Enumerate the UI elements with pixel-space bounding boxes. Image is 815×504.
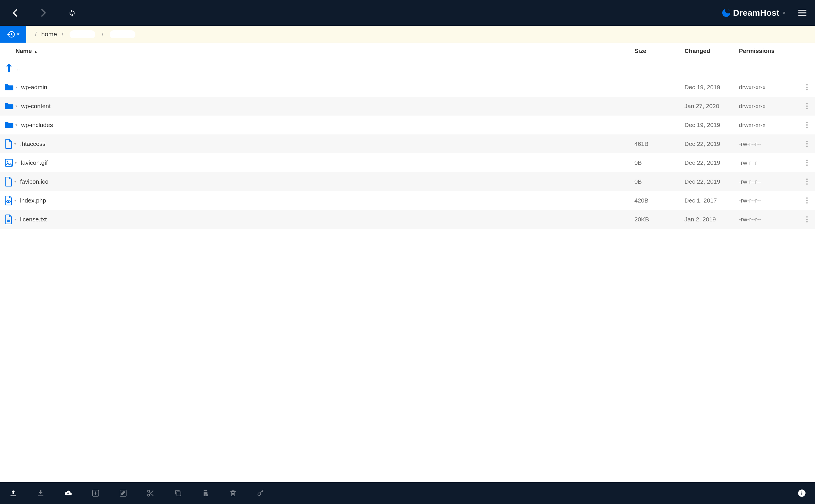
file-changed: Dec 22, 2019 [685,140,739,147]
top-navbar: DreamHost® [0,0,815,26]
file-permissions: drwxr-xr-x [739,103,799,110]
file-changed: Dec 19, 2019 [685,84,739,91]
info-button[interactable] [797,488,807,498]
svg-point-9 [806,141,808,142]
column-header-name[interactable]: Name ▴ [0,47,635,54]
row-actions[interactable] [799,103,815,109]
upload-button[interactable] [8,488,18,498]
breadcrumb-redacted[interactable] [70,30,95,38]
breadcrumb-redacted[interactable] [110,30,135,38]
bottom-toolbar [0,482,815,504]
file-icon [5,177,13,186]
file-changed: Dec 1, 2017 [685,197,739,204]
refresh-button[interactable] [66,7,78,19]
row-actions[interactable] [799,84,815,90]
row-actions[interactable] [799,197,815,204]
table-row[interactable]: ▾ wp-admin Dec 19, 2019 drwxr-xr-x [0,78,815,97]
table-row[interactable]: ▾ .htaccess 461B Dec 22, 2019 -rw-r--r-- [0,134,815,153]
back-button[interactable] [9,7,21,19]
row-dropdown-toggle[interactable]: ▾ [14,142,18,146]
cloud-download-icon [64,490,72,497]
edit-button[interactable] [118,488,128,498]
forward-button[interactable] [38,7,49,19]
row-dropdown-toggle[interactable]: ▾ [15,85,19,89]
download-button[interactable] [35,488,46,498]
row-dropdown-toggle[interactable]: ▾ [14,180,18,184]
svg-point-3 [806,103,808,104]
file-name: wp-admin [21,84,47,91]
svg-point-1 [806,87,808,88]
file-size: 461B [635,140,685,147]
file-permissions: -rw-r--r-- [739,159,799,166]
breadcrumbs: / home / / [26,26,815,43]
svg-point-16 [806,181,808,182]
row-actions[interactable] [799,122,815,128]
more-vertical-icon [806,178,808,185]
svg-point-12 [806,160,808,161]
more-vertical-icon [806,197,808,204]
new-button[interactable] [90,488,101,498]
breadcrumb-home[interactable]: home [41,31,57,38]
caret-down-icon [17,33,19,35]
row-dropdown-toggle[interactable]: ▾ [14,199,18,203]
scissors-icon [146,489,154,497]
folder-icon [5,121,14,129]
file-size: 0B [635,159,685,166]
table-row[interactable]: ▾ index.php 420B Dec 1, 2017 -rw-r--r-- [0,191,815,210]
file-permissions: drwxr-xr-x [739,122,799,128]
image-file-icon [5,158,13,167]
more-vertical-icon [806,84,808,90]
row-dropdown-toggle[interactable]: ▾ [15,104,19,108]
name-cell: ▾ wp-admin [0,84,635,91]
row-actions[interactable] [799,141,815,147]
svg-point-14 [806,164,808,166]
file-changed: Jan 27, 2020 [685,103,739,110]
row-dropdown-toggle[interactable]: ▾ [14,217,18,221]
table-row[interactable]: ▾ wp-content Jan 27, 2020 drwxr-xr-x [0,97,815,116]
file-table: Name ▴ Size Changed Permissions .. ▾ wp-… [0,43,815,482]
breadcrumb-separator: / [102,31,103,38]
row-actions[interactable] [799,160,815,166]
table-row[interactable]: ▾ wp-includes Dec 19, 2019 drwxr-xr-x [0,116,815,134]
row-actions[interactable] [799,178,815,185]
more-vertical-icon [806,103,808,109]
table-row[interactable]: ▾ license.txt 20KB Jan 2, 2019 -rw-r--r-… [0,210,815,229]
more-vertical-icon [806,216,808,223]
copy-button[interactable] [173,488,183,498]
breadcrumb-separator: / [61,31,63,38]
column-header-size[interactable]: Size [635,47,685,54]
paste-button[interactable] [200,488,211,498]
row-dropdown-toggle[interactable]: ▾ [15,123,19,127]
plus-square-icon [92,489,99,497]
svg-point-26 [148,490,150,492]
permissions-button[interactable] [255,488,266,498]
column-header-changed[interactable]: Changed [685,47,739,54]
delete-button[interactable] [228,488,238,498]
brand-logo-container[interactable]: DreamHost® [722,8,785,18]
file-size: 20KB [635,216,685,223]
column-header-permissions[interactable]: Permissions [739,47,799,54]
up-directory-cell: .. [0,64,635,73]
file-permissions: -rw-r--r-- [739,140,799,147]
file-permissions: -rw-r--r-- [739,178,799,185]
file-size: 0B [635,178,685,185]
menu-button[interactable] [797,7,808,19]
history-button[interactable] [0,26,26,43]
row-actions[interactable] [799,216,815,223]
table-row[interactable]: ▾ favicon.ico 0B Dec 22, 2019 -rw-r--r-- [0,172,815,191]
file-name: wp-includes [21,122,53,128]
info-icon [798,489,806,497]
code-file-icon [5,196,13,205]
row-dropdown-toggle[interactable]: ▾ [15,161,19,165]
cut-button[interactable] [145,488,156,498]
top-nav-right: DreamHost® [722,7,808,19]
download-cloud-button[interactable] [63,488,73,498]
table-row[interactable]: ▾ favicon.gif 0B Dec 22, 2019 -rw-r--r-- [0,153,815,172]
svg-point-5 [806,108,808,109]
up-directory-row[interactable]: .. [0,59,815,78]
upload-icon [9,489,17,497]
folder-icon [5,84,14,91]
table-header: Name ▴ Size Changed Permissions [0,43,815,59]
edit-icon [119,489,127,497]
file-changed: Dec 22, 2019 [685,159,739,166]
